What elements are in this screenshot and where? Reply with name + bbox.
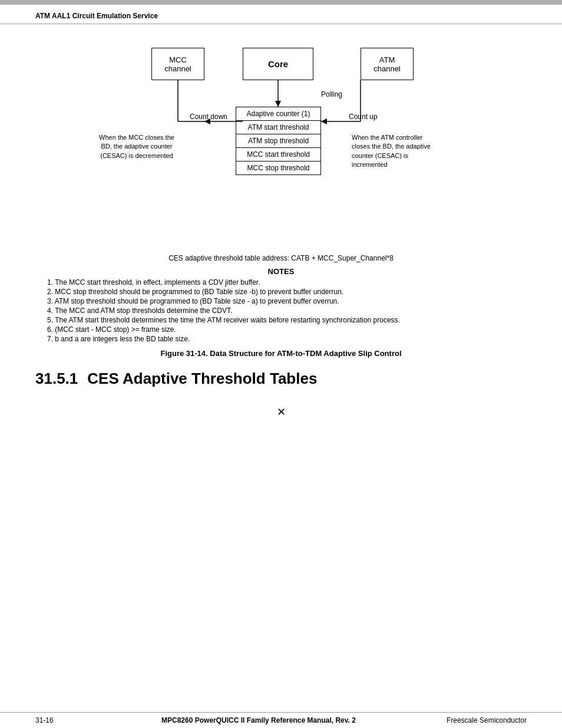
ces-address: CES adaptive threshold table address: CA… [35, 254, 527, 262]
page-header: ATM AAL1 Circuit Emulation Service [0, 5, 562, 24]
core-label: Core [268, 59, 288, 69]
page-footer: 31-16 MPC8260 PowerQUICC II Family Refer… [0, 712, 562, 728]
mcc-description: When the MCC closes the BD, the adaptive… [98, 133, 175, 160]
top-bar [0, 0, 562, 5]
threshold-table-row-4: MCC stop threshold [236, 162, 320, 174]
x-mark: ✕ [35, 406, 527, 419]
svg-marker-8 [321, 118, 327, 124]
notes-title: NOTES [35, 267, 527, 276]
note-item-2: 2. MCC stop threshold should be programm… [35, 288, 527, 296]
threshold-table-row-0: Adaptive counter (1) [236, 107, 320, 121]
section-heading: 31.5.1CES Adaptive Threshold Tables [35, 370, 527, 388]
footer-center: MPC8260 PowerQUICC II Family Reference M… [71, 716, 447, 724]
notes-section: NOTES 1. The MCC start threshold, in eff… [35, 267, 527, 343]
threshold-table-row-2: ATM stop threshold [236, 134, 320, 148]
diagram-area: MCCchannel Core ATMchannel Polling Count… [75, 48, 487, 248]
note-item-5: 5. The ATM start threshold determines th… [35, 316, 527, 324]
header-title: ATM AAL1 Circuit Emulation Service [35, 12, 158, 20]
section-title: CES Adaptive Threshold Tables [87, 370, 317, 387]
threshold-table-row-1: ATM start threshold [236, 121, 320, 134]
notes-list: 1. The MCC start threshold, in effect, i… [35, 278, 527, 343]
mcc-channel-box: MCCchannel [151, 48, 204, 80]
footer-left: 31-16 [35, 716, 71, 724]
mcc-channel-label: MCCchannel [164, 55, 191, 73]
threshold-table: Adaptive counter (1)ATM start thresholdA… [236, 107, 321, 175]
core-box: Core [243, 48, 313, 80]
main-content: MCCchannel Core ATMchannel Polling Count… [0, 24, 562, 430]
note-item-6: 6. (MCC start - MCC stop) >= frame size. [35, 325, 527, 334]
note-item-7: 7. b and a are integers less the BD tabl… [35, 335, 527, 343]
count-up-label: Count up [349, 113, 378, 121]
atm-channel-label: ATMchannel [373, 55, 401, 73]
note-item-1: 1. The MCC start threshold, in effect, i… [35, 278, 527, 286]
count-down-label: Count down [190, 113, 227, 121]
note-item-4: 4. The MCC and ATM stop thresholds deter… [35, 307, 527, 315]
footer-right: Freescale Semiconductor [447, 716, 527, 724]
note-item-3: 3. ATM stop threshold should be programm… [35, 297, 527, 305]
svg-marker-1 [275, 101, 281, 107]
threshold-table-row-3: MCC start threshold [236, 148, 320, 162]
figure-caption: Figure 31-14. Data Structure for ATM-to-… [35, 349, 527, 358]
polling-label: Polling [321, 90, 342, 98]
atm-channel-box: ATMchannel [361, 48, 414, 80]
section-number: 31.5.1 [35, 370, 78, 387]
atm-description: When the ATM controller closes the BD, t… [352, 133, 440, 170]
